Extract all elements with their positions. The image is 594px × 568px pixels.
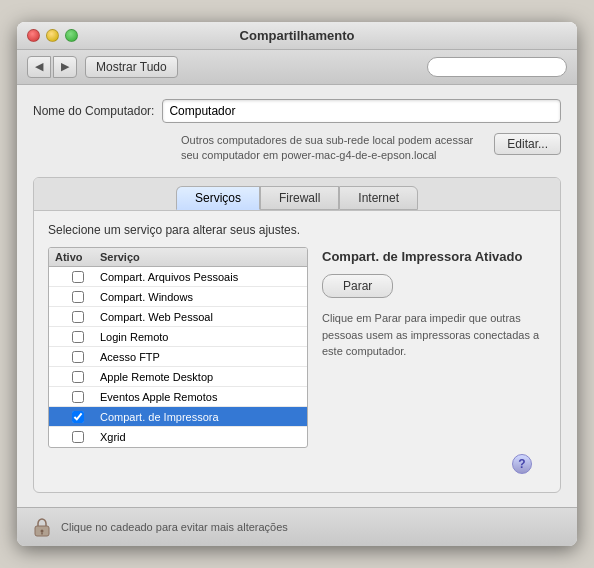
right-panel: Compart. de Impressora Ativado Parar Cli… bbox=[322, 247, 546, 448]
service-name-0: Compart. Arquivos Pessoais bbox=[100, 271, 301, 283]
toolbar: ◀ ▶ Mostrar Tudo bbox=[17, 50, 577, 85]
computer-name-label: Nome do Computador: bbox=[33, 104, 154, 118]
service-checkbox-4[interactable] bbox=[72, 351, 84, 363]
title-bar: Compartilhamento bbox=[17, 22, 577, 50]
table-row[interactable]: Acesso FTP bbox=[49, 347, 307, 367]
service-name-3: Login Remoto bbox=[100, 331, 301, 343]
back-button[interactable]: ◀ bbox=[27, 56, 51, 78]
computer-name-row: Nome do Computador: bbox=[33, 99, 561, 123]
service-checkbox-6[interactable] bbox=[72, 391, 84, 403]
window-title: Compartilhamento bbox=[240, 28, 355, 43]
service-checkbox-8[interactable] bbox=[72, 431, 84, 443]
panel-content: Selecione um serviço para alterar seus a… bbox=[34, 211, 560, 492]
tab-servicos[interactable]: Serviços bbox=[176, 186, 260, 210]
table-header: Ativo Serviço bbox=[49, 248, 307, 267]
window: Compartilhamento ◀ ▶ Mostrar Tudo Nome d… bbox=[17, 22, 577, 547]
main-content: Nome do Computador: Outros computadores … bbox=[17, 85, 577, 508]
maximize-button[interactable] bbox=[65, 29, 78, 42]
service-name-7: Compart. de Impressora bbox=[100, 411, 301, 423]
forward-button[interactable]: ▶ bbox=[53, 56, 77, 78]
checkbox-cell[interactable] bbox=[55, 371, 100, 383]
checkbox-cell[interactable] bbox=[55, 431, 100, 443]
table-row[interactable]: Eventos Apple Remotos bbox=[49, 387, 307, 407]
search-box[interactable] bbox=[427, 57, 567, 77]
service-description: Clique em Parar para impedir que outras … bbox=[322, 310, 546, 360]
search-input[interactable] bbox=[436, 61, 558, 73]
lock-icon bbox=[31, 516, 53, 538]
table-row[interactable]: Compart. Windows bbox=[49, 287, 307, 307]
footer-lock-text: Clique no cadeado para evitar mais alter… bbox=[61, 521, 288, 533]
close-button[interactable] bbox=[27, 29, 40, 42]
service-checkbox-2[interactable] bbox=[72, 311, 84, 323]
checkbox-cell[interactable] bbox=[55, 351, 100, 363]
service-status-title: Compart. de Impressora Ativado bbox=[322, 249, 546, 264]
computer-name-input[interactable] bbox=[162, 99, 561, 123]
service-checkbox-5[interactable] bbox=[72, 371, 84, 383]
tab-internet[interactable]: Internet bbox=[339, 186, 418, 210]
bottom-bar: ? bbox=[48, 448, 546, 480]
table-row-selected[interactable]: Compart. de Impressora bbox=[49, 407, 307, 427]
service-name-8: Xgrid bbox=[100, 431, 301, 443]
checkbox-cell[interactable] bbox=[55, 411, 100, 423]
service-name-4: Acesso FTP bbox=[100, 351, 301, 363]
subnet-row: Outros computadores de sua sub-rede loca… bbox=[33, 133, 561, 164]
service-checkbox-1[interactable] bbox=[72, 291, 84, 303]
nav-buttons: ◀ ▶ bbox=[27, 56, 77, 78]
traffic-lights bbox=[27, 29, 78, 42]
subnet-description: Outros computadores de sua sub-rede loca… bbox=[181, 133, 484, 164]
table-row[interactable]: Login Remoto bbox=[49, 327, 307, 347]
checkbox-cell[interactable] bbox=[55, 291, 100, 303]
services-table: Ativo Serviço Compart. Arquivos Pessoais bbox=[48, 247, 308, 448]
checkbox-cell[interactable] bbox=[55, 311, 100, 323]
service-name-5: Apple Remote Desktop bbox=[100, 371, 301, 383]
help-button[interactable]: ? bbox=[512, 454, 532, 474]
col-header-ativo: Ativo bbox=[55, 251, 100, 263]
service-checkbox-3[interactable] bbox=[72, 331, 84, 343]
col-header-servico: Serviço bbox=[100, 251, 301, 263]
table-row[interactable]: Compart. Web Pessoal bbox=[49, 307, 307, 327]
service-checkbox-7[interactable] bbox=[72, 411, 84, 423]
minimize-button[interactable] bbox=[46, 29, 59, 42]
edit-button[interactable]: Editar... bbox=[494, 133, 561, 155]
tabs-bar: Serviços Firewall Internet bbox=[34, 178, 560, 211]
settings-panel: Serviços Firewall Internet Selecione um … bbox=[33, 177, 561, 493]
checkbox-cell[interactable] bbox=[55, 331, 100, 343]
svg-point-1 bbox=[41, 530, 44, 533]
window-footer: Clique no cadeado para evitar mais alter… bbox=[17, 507, 577, 546]
show-all-button[interactable]: Mostrar Tudo bbox=[85, 56, 178, 78]
service-checkbox-0[interactable] bbox=[72, 271, 84, 283]
service-name-6: Eventos Apple Remotos bbox=[100, 391, 301, 403]
checkbox-cell[interactable] bbox=[55, 391, 100, 403]
checkbox-cell[interactable] bbox=[55, 271, 100, 283]
stop-button[interactable]: Parar bbox=[322, 274, 393, 298]
services-container: Ativo Serviço Compart. Arquivos Pessoais bbox=[48, 247, 546, 448]
table-row[interactable]: Compart. Arquivos Pessoais bbox=[49, 267, 307, 287]
table-row[interactable]: Apple Remote Desktop bbox=[49, 367, 307, 387]
service-name-1: Compart. Windows bbox=[100, 291, 301, 303]
panel-description: Selecione um serviço para alterar seus a… bbox=[48, 223, 546, 237]
tab-firewall[interactable]: Firewall bbox=[260, 186, 339, 210]
table-row[interactable]: Xgrid bbox=[49, 427, 307, 447]
service-name-2: Compart. Web Pessoal bbox=[100, 311, 301, 323]
